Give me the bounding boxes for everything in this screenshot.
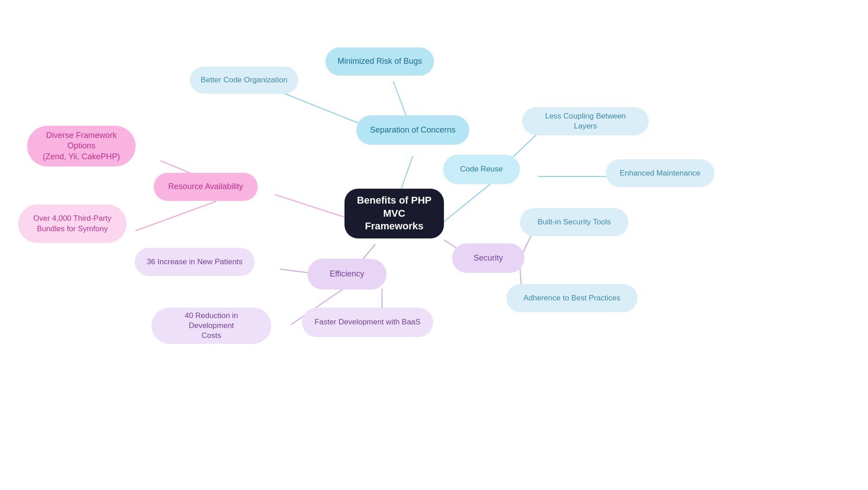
diverse-framework-label: Diverse Framework Options (Zend, Yii, Ca… <box>38 130 125 162</box>
separation-of-concerns-node: Separation of Concerns <box>356 115 469 145</box>
better-code-org-node: Better Code Organization <box>190 67 298 94</box>
efficiency-label: Efficiency <box>330 269 364 279</box>
over-4000-node: Over 4,000 Third-Party Bundles for Symfo… <box>18 205 127 243</box>
enhanced-maintenance-label: Enhanced Maintenance <box>620 168 701 178</box>
better-code-label: Better Code Organization <box>201 75 288 85</box>
builtin-security-node: Built-in Security Tools <box>520 208 628 236</box>
svg-line-8 <box>136 201 216 231</box>
over-4000-label: Over 4,000 Third-Party Bundles for Symfo… <box>33 214 112 233</box>
reduction-costs-node: 40 Reduction in Development Costs <box>151 308 271 344</box>
center-label: Benefits of PHP MVC Frameworks <box>355 194 433 233</box>
faster-development-node: Faster Development with BaaS <box>302 308 433 337</box>
minimized-risk-node: Minimized Risk of Bugs <box>326 48 434 76</box>
center-node: Benefits of PHP MVC Frameworks <box>344 189 444 238</box>
resource-availability-label: Resource Availability <box>168 181 243 192</box>
security-label: Security <box>473 253 503 263</box>
enhanced-maintenance-node: Enhanced Maintenance <box>606 159 714 187</box>
separation-label: Separation of Concerns <box>370 125 455 135</box>
increase-patients-label: 36 Increase in New Patients <box>147 257 243 267</box>
reduction-costs-label: 40 Reduction in Development Costs <box>162 311 260 341</box>
svg-line-6 <box>275 195 344 217</box>
builtin-security-label: Built-in Security Tools <box>538 217 611 227</box>
adherence-label: Adherence to Best Practices <box>524 293 621 303</box>
minimized-risk-label: Minimized Risk of Bugs <box>337 56 422 67</box>
diverse-framework-node: Diverse Framework Options (Zend, Yii, Ca… <box>27 126 136 167</box>
security-node: Security <box>452 243 524 273</box>
increase-patients-node: 36 Increase in New Patients <box>135 248 255 276</box>
efficiency-node: Efficiency <box>307 259 387 290</box>
less-coupling-label: Less Coupling Between Layers <box>533 111 638 131</box>
faster-development-label: Faster Development with BaaS <box>315 317 420 327</box>
code-reuse-node: Code Reuse <box>443 155 520 184</box>
code-reuse-label: Code Reuse <box>460 164 503 174</box>
adherence-node: Adherence to Best Practices <box>506 284 637 312</box>
resource-availability-node: Resource Availability <box>154 173 258 201</box>
less-coupling-node: Less Coupling Between Layers <box>522 107 649 135</box>
